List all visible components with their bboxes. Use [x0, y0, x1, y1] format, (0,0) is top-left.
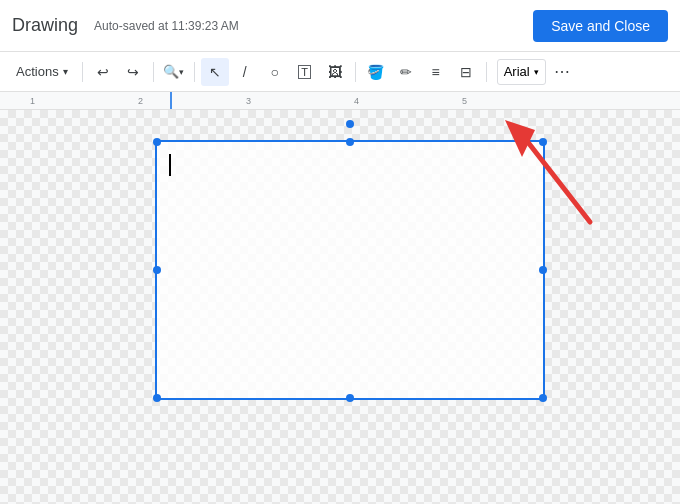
- toolbar-divider-3: [194, 62, 195, 82]
- shape-tool-button[interactable]: ○: [261, 58, 289, 86]
- pen-icon: ✏: [400, 64, 412, 80]
- font-selector[interactable]: Arial ▾: [497, 59, 546, 85]
- handle-bottom-right[interactable]: [539, 394, 547, 402]
- align-center-icon: ⊟: [460, 64, 472, 80]
- actions-menu-button[interactable]: Actions ▾: [8, 60, 76, 83]
- ruler-label-1: 1: [30, 96, 35, 106]
- undo-button[interactable]: ↩: [89, 58, 117, 86]
- image-tool-button[interactable]: 🖼: [321, 58, 349, 86]
- handle-top-right[interactable]: [539, 138, 547, 146]
- ruler: 1 2 3 4 5: [0, 92, 680, 110]
- handle-middle-right[interactable]: [539, 266, 547, 274]
- handle-bottom-left[interactable]: [153, 394, 161, 402]
- text-cursor: [169, 154, 171, 176]
- redo-icon: ↪: [127, 64, 139, 80]
- handle-top-left[interactable]: [153, 138, 161, 146]
- more-options-button[interactable]: ⋯: [548, 58, 576, 86]
- app-title: Drawing: [12, 15, 78, 36]
- save-and-close-button[interactable]: Save and Close: [533, 10, 668, 42]
- autosave-text: Auto-saved at 11:39:23 AM: [94, 19, 239, 33]
- align-center-button[interactable]: ⊟: [452, 58, 480, 86]
- toolbar: Actions ▾ ↩ ↪ 🔍 ▾ ↖ / ○ T 🖼 🪣 ✏ ≡ ⊟ Aria…: [0, 52, 680, 92]
- ruler-label-5: 5: [462, 96, 467, 106]
- select-tool-button[interactable]: ↖: [201, 58, 229, 86]
- header: Drawing Auto-saved at 11:39:23 AM Save a…: [0, 0, 680, 52]
- chevron-down-icon: ▾: [179, 67, 184, 77]
- toolbar-divider: [82, 62, 83, 82]
- line-tool-button[interactable]: /: [231, 58, 259, 86]
- image-icon: 🖼: [328, 64, 342, 80]
- line-icon: /: [243, 64, 247, 80]
- toolbar-divider-5: [486, 62, 487, 82]
- text-box-icon: T: [298, 65, 311, 79]
- paint-bucket-button[interactable]: 🪣: [362, 58, 390, 86]
- ruler-indicator: [170, 92, 172, 109]
- toolbar-divider-4: [355, 62, 356, 82]
- chevron-down-icon-font: ▾: [534, 67, 539, 77]
- redo-button[interactable]: ↪: [119, 58, 147, 86]
- zoom-icon: 🔍: [163, 64, 179, 79]
- actions-label: Actions: [16, 64, 59, 79]
- ruler-label-2: 2: [138, 96, 143, 106]
- toolbar-divider-2: [153, 62, 154, 82]
- handle-middle-left[interactable]: [153, 266, 161, 274]
- handle-bottom-middle[interactable]: [346, 394, 354, 402]
- shape-icon: ○: [270, 64, 278, 80]
- paint-icon: 🪣: [367, 64, 384, 80]
- chevron-down-icon: ▾: [63, 66, 68, 77]
- font-label: Arial: [504, 64, 530, 79]
- undo-icon: ↩: [97, 64, 109, 80]
- canvas-area[interactable]: [0, 110, 680, 504]
- ruler-label-3: 3: [246, 96, 251, 106]
- handle-top-connector[interactable]: [346, 120, 354, 128]
- align-left-icon: ≡: [432, 64, 440, 80]
- drawing-box[interactable]: [155, 140, 545, 400]
- zoom-button[interactable]: 🔍 ▾: [160, 58, 188, 86]
- handle-top-middle[interactable]: [346, 138, 354, 146]
- select-icon: ↖: [209, 64, 221, 80]
- text-tool-button[interactable]: T: [291, 58, 319, 86]
- align-left-button[interactable]: ≡: [422, 58, 450, 86]
- ruler-label-4: 4: [354, 96, 359, 106]
- more-icon: ⋯: [554, 62, 570, 81]
- pen-tool-button[interactable]: ✏: [392, 58, 420, 86]
- header-left: Drawing Auto-saved at 11:39:23 AM: [12, 15, 239, 36]
